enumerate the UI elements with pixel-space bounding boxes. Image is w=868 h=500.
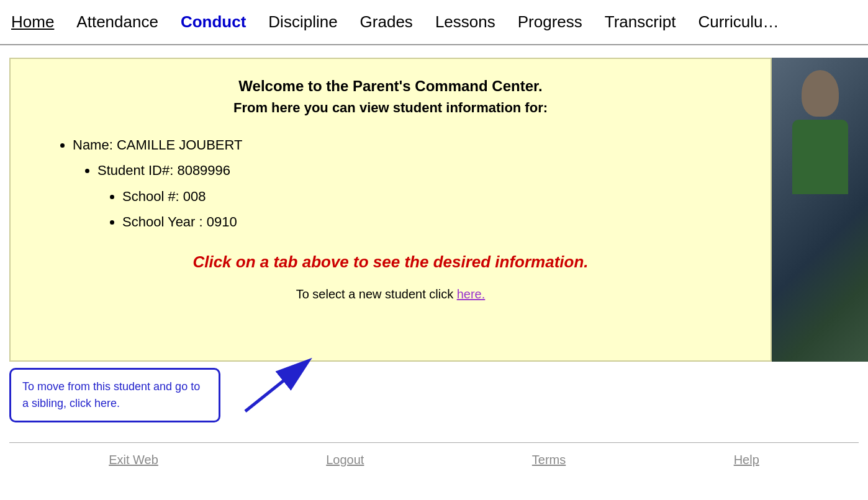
- nav-lessons[interactable]: Lessons: [424, 0, 507, 44]
- tooltip-box[interactable]: To move from this student and go to a si…: [9, 368, 220, 422]
- select-prefix: To select a new student click: [296, 287, 457, 301]
- nav-bar: Home Attendance Conduct Discipline Grade…: [0, 0, 868, 45]
- nav-progress[interactable]: Progress: [507, 0, 594, 44]
- nav-curriculum[interactable]: Curriculu…: [687, 0, 790, 44]
- student-photo-panel: [772, 58, 868, 362]
- footer-terms[interactable]: Terms: [532, 453, 566, 467]
- select-student-text: To select a new student click here.: [35, 287, 746, 301]
- footer-help[interactable]: Help: [734, 453, 759, 467]
- student-info-list: Name: CAMILLE JOUBERT Student ID#: 80899…: [73, 133, 746, 234]
- nav-home[interactable]: Home: [0, 0, 65, 44]
- student-year: School Year : 0910: [122, 210, 746, 233]
- arrow-container: [220, 368, 345, 430]
- click-instruction: Click on a tab above to see the desired …: [35, 252, 746, 272]
- tooltip-container: To move from this student and go to a si…: [9, 368, 859, 436]
- student-id: Student ID#: 8089996: [97, 159, 746, 182]
- student-name: Name: CAMILLE JOUBERT: [73, 133, 746, 156]
- footer-logout[interactable]: Logout: [326, 453, 364, 467]
- nav-transcript[interactable]: Transcript: [594, 0, 687, 44]
- nav-attendance[interactable]: Attendance: [65, 0, 170, 44]
- nav-conduct[interactable]: Conduct: [170, 0, 257, 44]
- svg-line-1: [245, 362, 307, 411]
- student-school: School #: 008: [122, 185, 746, 208]
- student-photo: [772, 58, 868, 362]
- footer: Exit Web Logout Terms Help: [0, 443, 868, 477]
- footer-exit[interactable]: Exit Web: [109, 453, 158, 467]
- welcome-subtitle: From here you can view student informati…: [35, 100, 746, 116]
- welcome-title: Welcome to the Parent's Command Center.: [35, 78, 746, 95]
- arrow-icon: [227, 349, 338, 417]
- nav-discipline[interactable]: Discipline: [257, 0, 348, 44]
- nav-grades[interactable]: Grades: [349, 0, 424, 44]
- select-here-link[interactable]: here.: [457, 287, 486, 301]
- info-panel: Welcome to the Parent's Command Center. …: [9, 58, 772, 362]
- main-area: Welcome to the Parent's Command Center. …: [0, 45, 868, 368]
